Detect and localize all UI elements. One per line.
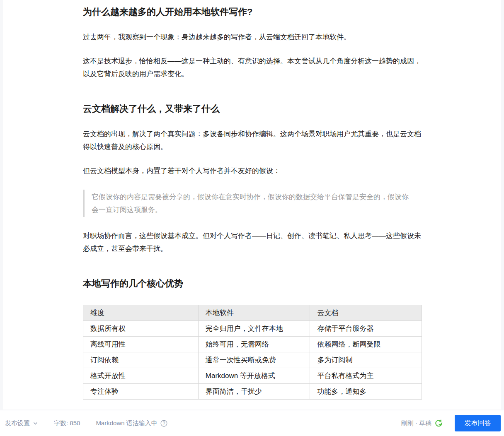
table-cell: 专注体验 — [83, 384, 199, 400]
table-cell: 多为订阅制 — [310, 352, 422, 368]
help-icon[interactable]: ? — [160, 420, 167, 427]
table-row: 订阅依赖 通常一次性买断或免费 多为订阅制 — [83, 352, 422, 368]
article-heading-2: 云文档解决了什么，又带来了什么 — [83, 103, 422, 115]
table-cell: Markdown 等开放格式 — [198, 368, 310, 384]
word-count-label: 字数: 850 — [54, 419, 80, 427]
table-cell: 始终可用，无需网络 — [198, 337, 310, 352]
paragraph: 云文档的出现，解决了两个真实问题：多设备同步和协作编辑。这两个场景对职场用户尤其… — [83, 128, 422, 153]
table-cell: 依赖网络，断网受限 — [310, 337, 422, 352]
table-header-row: 维度 本地软件 云文档 — [83, 305, 422, 321]
table-row: 数据所有权 完全归用户，文件在本地 存储于平台服务器 — [83, 321, 422, 337]
paragraph: 对职场协作而言，这些假设基本成立。但对个人写作者——日记、创作、读书笔记、私人思… — [83, 229, 422, 255]
editor-footer-bar: 发布设置 字数: 850 Markdown 语法输入中 ? 刚刚 · 草稿 — [0, 410, 504, 436]
table-cell: 功能多，通知多 — [310, 384, 422, 400]
paragraph: 但云文档模型本身，内置了若干对个人写作者并不友好的假设： — [83, 164, 422, 177]
table-header-cell: 本地软件 — [198, 305, 310, 321]
markdown-status: Markdown 语法输入中 ? — [96, 419, 167, 427]
blockquote: 它假设你的内容是需要被分享的，假设你在意实时协作，假设你的数据交给平台保管是安全… — [83, 190, 422, 217]
save-status: 刚刚 · 草稿 — [401, 419, 443, 427]
chevron-down-icon — [33, 421, 38, 426]
word-count: 字数: 850 — [54, 419, 80, 427]
publish-settings-label: 发布设置 — [5, 419, 30, 427]
table-cell: 离线可用性 — [83, 337, 199, 352]
publish-settings-button[interactable]: 发布设置 — [5, 419, 38, 427]
table-cell: 数据所有权 — [83, 321, 199, 337]
table-row: 离线可用性 始终可用，无需网络 依赖网络，断网受限 — [83, 337, 422, 352]
table-cell: 通常一次性买断或免费 — [198, 352, 310, 368]
comparison-table: 维度 本地软件 云文档 数据所有权 完全归用户，文件在本地 存储于平台服务器 离… — [83, 305, 422, 400]
table-header-cell: 维度 — [83, 305, 199, 321]
markdown-status-label: Markdown 语法输入中 — [96, 419, 157, 427]
table-header-cell: 云文档 — [310, 305, 422, 321]
paragraph: 这不是技术退步，恰恰相反——这是一种主动的、有意识的选择。本文尝试从几个角度分析… — [83, 55, 422, 80]
table-cell: 界面简洁，干扰少 — [198, 384, 310, 400]
table-cell: 存储于平台服务器 — [310, 321, 422, 337]
paragraph: 过去两年，我观察到一个现象：身边越来越多的写作者，从云端文档迁回了本地软件。 — [83, 31, 422, 43]
table-cell: 订阅依赖 — [83, 352, 199, 368]
table-row: 格式开放性 Markdown 等开放格式 平台私有格式为主 — [83, 368, 422, 384]
table-row: 专注体验 界面简洁，干扰少 功能多，通知多 — [83, 384, 422, 400]
publish-answer-button[interactable]: 发布回答 — [455, 415, 501, 431]
table-cell: 格式开放性 — [83, 368, 199, 384]
save-status-label: 刚刚 · 草稿 — [401, 419, 431, 427]
sync-check-icon — [435, 419, 443, 427]
article-heading-1: 为什么越来越多的人开始用本地软件写作? — [83, 6, 422, 18]
table-cell: 平台私有格式为主 — [310, 368, 422, 384]
table-cell: 完全归用户，文件在本地 — [198, 321, 310, 337]
svg-text:?: ? — [162, 421, 165, 426]
editor-surface: 为什么越来越多的人开始用本地软件写作? 过去两年，我观察到一个现象：身边越来越多… — [3, 0, 501, 410]
article-heading-3: 本地写作的几个核心优势 — [83, 277, 422, 290]
editor-content-area[interactable]: 为什么越来越多的人开始用本地软件写作? 过去两年，我观察到一个现象：身边越来越多… — [83, 0, 422, 410]
